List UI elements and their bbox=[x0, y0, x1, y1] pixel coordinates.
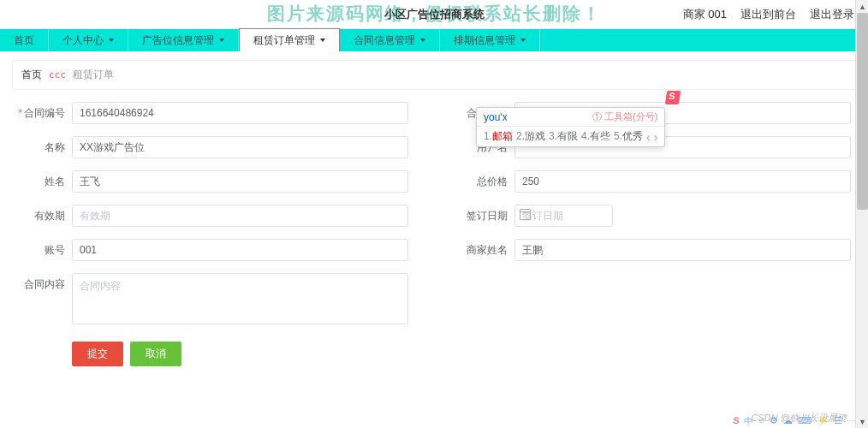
nav-label: 租赁订单管理 bbox=[253, 33, 315, 48]
nav-schedule[interactable]: 排期信息管理 bbox=[440, 29, 540, 51]
ime-candidate-4[interactable]: 4.有些 bbox=[581, 129, 610, 144]
breadcrumb-separator-icon: ccc bbox=[49, 69, 66, 80]
nav-label: 首页 bbox=[14, 33, 34, 48]
breadcrumb-current: 租赁订单 bbox=[73, 68, 114, 82]
ime-typed-text: you'x bbox=[484, 111, 508, 123]
scroll-down-icon[interactable]: ▼ bbox=[856, 415, 868, 428]
tray-item[interactable]: ○ bbox=[758, 415, 764, 428]
content-label: 合同内容 bbox=[17, 273, 65, 295]
sogou-tray-icon[interactable]: S bbox=[732, 415, 740, 428]
nav-label: 广告位信息管理 bbox=[142, 33, 214, 48]
nav-lease-orders[interactable]: 租赁订单管理 bbox=[239, 28, 340, 51]
sign-date-label: 签订日期 bbox=[460, 205, 508, 227]
chevron-down-icon bbox=[420, 39, 425, 42]
account-label: 账号 bbox=[17, 239, 65, 261]
nav-ad-info[interactable]: 广告位信息管理 bbox=[128, 29, 239, 51]
total-price-input[interactable] bbox=[514, 170, 851, 193]
tray-item[interactable]: ☰ bbox=[834, 415, 842, 428]
scroll-up-icon[interactable]: ▲ bbox=[856, 0, 868, 13]
chevron-down-icon bbox=[219, 39, 224, 42]
ime-candidate-3[interactable]: 3.有限 bbox=[549, 129, 578, 144]
surname-input[interactable] bbox=[72, 170, 408, 193]
submit-button[interactable]: 提交 bbox=[72, 342, 123, 366]
nav-label: 个人中心 bbox=[62, 33, 104, 48]
validity-input[interactable] bbox=[72, 205, 408, 227]
exit-front-link[interactable]: 退出到前台 bbox=[740, 7, 796, 22]
merchant-name-input[interactable] bbox=[514, 239, 851, 261]
chevron-down-icon bbox=[520, 39, 526, 42]
validity-label: 有效期 bbox=[17, 205, 65, 227]
name-label: 名称 bbox=[17, 136, 65, 158]
surname-label: 姓名 bbox=[17, 170, 65, 193]
ime-candidate-2[interactable]: 2.游戏 bbox=[516, 129, 545, 144]
tray-item[interactable]: 中 bbox=[744, 415, 753, 428]
tray-item[interactable]: ⚡ bbox=[817, 415, 829, 428]
chevron-down-icon bbox=[109, 39, 114, 42]
scroll-thumb[interactable] bbox=[857, 13, 868, 210]
nav-label: 合同信息管理 bbox=[354, 33, 415, 48]
logout-link[interactable]: 退出登录 bbox=[810, 7, 854, 22]
total-price-label: 总价格 bbox=[460, 170, 508, 193]
breadcrumb-home[interactable]: 首页 bbox=[21, 68, 42, 82]
sogou-logo-icon bbox=[665, 91, 681, 104]
nav-label: 排期信息管理 bbox=[454, 33, 515, 48]
content-textarea[interactable] bbox=[72, 273, 408, 324]
ime-toolbox-hint: ① 工具箱(分号) bbox=[592, 110, 657, 123]
nav-personal[interactable]: 个人中心 bbox=[49, 29, 128, 51]
tray-item[interactable]: ⚙ bbox=[770, 415, 778, 428]
ime-popup: you'x ① 工具箱(分号) 1.邮箱 2.游戏 3.有限 4.有些 5.优秀… bbox=[476, 107, 665, 147]
contract-no-input[interactable] bbox=[72, 102, 408, 124]
ime-nav-arrows[interactable]: ‹ › bbox=[646, 130, 657, 144]
vertical-scrollbar[interactable]: ▲ ▼ bbox=[855, 0, 868, 428]
user-label[interactable]: 商家 001 bbox=[683, 7, 727, 22]
tray-item[interactable]: ⌨ bbox=[798, 415, 812, 428]
cancel-button[interactable]: 取消 bbox=[130, 342, 181, 366]
calendar-icon bbox=[520, 209, 531, 220]
merchant-name-label: 商家姓名 bbox=[460, 239, 508, 261]
nav-home[interactable]: 首页 bbox=[0, 29, 49, 51]
ime-candidate-5[interactable]: 5.优秀 bbox=[614, 129, 643, 144]
main-nav: 首页 个人中心 广告位信息管理 租赁订单管理 合同信息管理 排期信息管理 bbox=[0, 29, 868, 51]
chevron-down-icon bbox=[320, 39, 325, 42]
breadcrumb: 首页 ccc 租赁订单 bbox=[12, 60, 856, 90]
contract-no-label: 合同编号 bbox=[17, 102, 65, 124]
ime-tray: S 中 ○ ⚙ ☁ ⌨ ⚡ ☰ bbox=[733, 415, 842, 428]
account-input[interactable] bbox=[72, 239, 408, 261]
ime-candidate-1[interactable]: 1.邮箱 bbox=[484, 129, 513, 144]
nav-contract-info[interactable]: 合同信息管理 bbox=[340, 29, 440, 51]
tray-item[interactable]: ☁ bbox=[783, 415, 793, 428]
name-input[interactable] bbox=[72, 136, 408, 158]
system-title: 小区广告位招商系统 bbox=[384, 7, 485, 22]
